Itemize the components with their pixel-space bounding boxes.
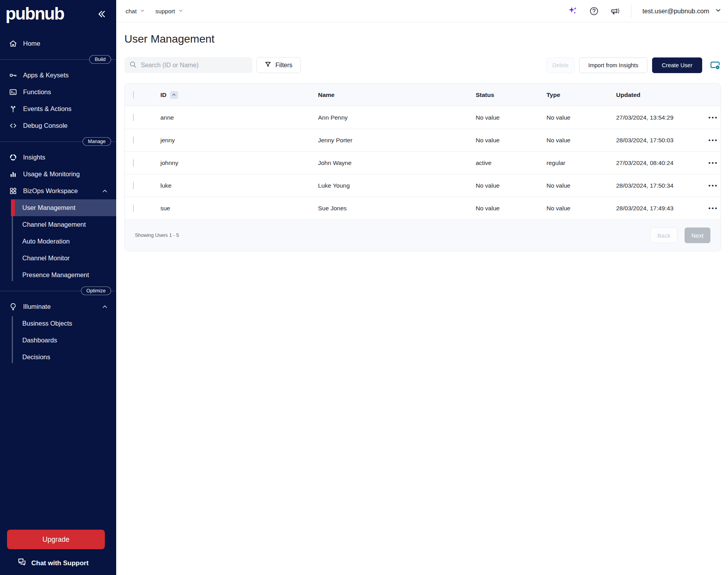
cell-name: Jenny Porter xyxy=(318,137,476,144)
sidebar-item-label: Decisions xyxy=(22,353,50,361)
row-menu-icon[interactable]: ••• xyxy=(706,181,721,190)
table-row[interactable]: luke Luke Young No value No value 28/03/… xyxy=(125,174,721,197)
row-menu-icon[interactable]: ••• xyxy=(706,113,721,122)
table-row[interactable]: sue Sue Jones No value No value 28/03/20… xyxy=(125,197,721,219)
row-checkbox[interactable] xyxy=(133,182,134,189)
section-badge-build: Build xyxy=(89,55,111,64)
code-icon xyxy=(9,122,17,130)
help-icon[interactable] xyxy=(589,6,599,16)
sidebar-item-home[interactable]: Home xyxy=(0,35,116,52)
controls-row: Filters Delete Import from Insights Crea… xyxy=(124,57,721,73)
sidebar-item-channel-management[interactable]: Channel Management xyxy=(0,216,116,233)
sidebar-item-label: Debug Console xyxy=(23,122,68,129)
sidebar: pubnub Home Build Apps & Keysets Functio… xyxy=(0,0,116,575)
sidebar-item-insights[interactable]: Insights xyxy=(0,149,116,166)
sidebar-item-channel-monitor[interactable]: Channel Monitor xyxy=(0,250,116,267)
sidebar-item-functions[interactable]: Functions xyxy=(0,84,116,100)
table-actions: Delete Import from Insights Create User xyxy=(546,57,721,73)
sidebar-item-label: Presence Management xyxy=(22,271,89,279)
sidebar-item-label: Channel Management xyxy=(22,221,86,228)
lightbulb-icon xyxy=(9,303,17,311)
cell-type: No value xyxy=(546,205,616,212)
sidebar-section-divider: Build xyxy=(0,52,116,67)
sidebar-section-divider: Optimize xyxy=(0,283,116,298)
upgrade-button[interactable]: Upgrade xyxy=(7,530,105,549)
cell-name: Sue Jones xyxy=(318,205,476,212)
sidebar-item-label: User Management xyxy=(22,204,75,211)
sidebar-item-usage-monitoring[interactable]: Usage & Monitoring xyxy=(0,166,116,183)
row-menu-icon[interactable]: ••• xyxy=(706,135,721,145)
bizops-children: User Management Channel Management Auto … xyxy=(0,199,116,283)
sidebar-item-business-objects[interactable]: Business Objects xyxy=(0,315,116,332)
delete-button[interactable]: Delete xyxy=(546,57,575,73)
app-switcher-support[interactable]: support xyxy=(155,8,183,14)
topbar-divider xyxy=(631,4,631,18)
sparkles-icon[interactable] xyxy=(568,6,578,16)
insights-ring-icon xyxy=(9,153,17,162)
chevron-up-icon[interactable] xyxy=(101,188,116,195)
app-name: chat xyxy=(126,8,137,14)
terminal-icon xyxy=(9,88,17,97)
select-all-checkbox[interactable] xyxy=(133,91,134,99)
row-checkbox[interactable] xyxy=(133,136,134,144)
search-input[interactable] xyxy=(141,62,248,69)
sidebar-item-dashboards[interactable]: Dashboards xyxy=(0,332,116,349)
sidebar-item-illuminate[interactable]: Illuminate xyxy=(0,298,116,315)
account-menu[interactable]: test.user@pubnub.com xyxy=(642,7,722,15)
sidebar-item-apps-keysets[interactable]: Apps & Keysets xyxy=(0,67,116,84)
sidebar-item-presence-management[interactable]: Presence Management xyxy=(0,267,116,283)
table-footer: Showing Users 1 - 5 Back Next xyxy=(125,219,721,251)
topbar: chat support test.user@pubnub.com xyxy=(116,0,728,22)
sidebar-item-bizops-workspace[interactable]: BizOps Workspace xyxy=(0,183,116,199)
collapse-sidebar-button[interactable] xyxy=(97,9,106,20)
announcements-icon[interactable] xyxy=(610,6,620,16)
pagination-buttons: Back Next xyxy=(650,227,710,243)
page-title: User Management xyxy=(124,33,728,45)
import-from-insights-button[interactable]: Import from Insights xyxy=(579,57,647,73)
row-checkbox[interactable] xyxy=(133,114,134,121)
sidebar-item-label: Apps & Keysets xyxy=(23,72,68,79)
cell-id: sue xyxy=(160,205,318,212)
cell-id: luke xyxy=(160,182,318,189)
table-row[interactable]: anne Ann Penny No value No value 27/03/2… xyxy=(125,106,721,129)
table-settings-icon[interactable] xyxy=(709,59,721,71)
account-email: test.user@pubnub.com xyxy=(642,7,709,15)
sidebar-item-label: Usage & Monitoring xyxy=(23,170,80,178)
back-button[interactable]: Back xyxy=(650,227,678,243)
table-row[interactable]: jenny Jenny Porter No value No value 28/… xyxy=(125,129,721,151)
sidebar-item-events-actions[interactable]: Events & Actions xyxy=(0,100,116,117)
app-switcher-chat[interactable]: chat xyxy=(126,8,145,14)
row-checkbox[interactable] xyxy=(133,159,134,167)
cell-type: No value xyxy=(546,114,616,121)
row-checkbox[interactable] xyxy=(133,204,134,212)
sidebar-item-label: Auto Moderation xyxy=(22,238,70,245)
cell-id: jenny xyxy=(160,137,318,144)
sort-ascending-icon[interactable] xyxy=(170,91,178,99)
sidebar-item-auto-moderation[interactable]: Auto Moderation xyxy=(0,233,116,250)
cell-updated: 27/03/2024, 13:54:29 xyxy=(616,114,706,121)
sidebar-item-debug-console[interactable]: Debug Console xyxy=(0,117,116,134)
filters-button[interactable]: Filters xyxy=(256,57,301,73)
next-button[interactable]: Next xyxy=(685,227,710,243)
cell-status: No value xyxy=(476,205,546,212)
sidebar-item-label: Illuminate xyxy=(23,303,51,310)
chat-with-support-button[interactable]: Chat with Support xyxy=(17,557,88,569)
row-menu-icon[interactable]: ••• xyxy=(706,158,721,168)
cell-status: No value xyxy=(476,137,546,144)
sidebar-item-decisions[interactable]: Decisions xyxy=(0,349,116,365)
column-header-id: ID xyxy=(160,91,167,99)
table-row[interactable]: johnny John Wayne active regular 27/03/2… xyxy=(125,151,721,174)
column-header-status: Status xyxy=(476,91,546,99)
row-menu-icon[interactable]: ••• xyxy=(706,203,721,213)
create-user-button[interactable]: Create User xyxy=(652,57,702,73)
sidebar-item-label: Insights xyxy=(23,154,45,161)
chat-bubbles-icon xyxy=(17,557,27,569)
pagination-status: Showing Users 1 - 5 xyxy=(135,233,179,238)
chevron-up-icon[interactable] xyxy=(101,303,116,310)
cell-type: No value xyxy=(546,137,616,144)
cell-updated: 28/03/2024, 17:50:34 xyxy=(616,182,706,189)
cell-id: johnny xyxy=(160,159,318,167)
sidebar-item-user-management[interactable]: User Management xyxy=(11,199,116,216)
sidebar-nav: Home Build Apps & Keysets Functions Even… xyxy=(0,35,116,365)
users-table: ID Name Status Type Updated anne Ann Pen… xyxy=(124,83,721,251)
